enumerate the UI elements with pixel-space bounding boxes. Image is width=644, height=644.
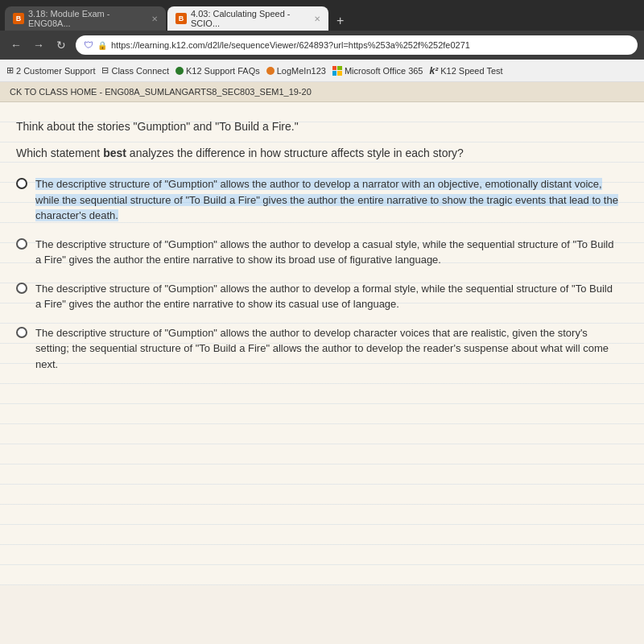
tab-bar: B 3.18: Module Exam - ENG08A... ✕ B 4.03… [0, 0, 644, 31]
page-content: CK TO CLASS HOME - ENG08A_SUMLANGARTS8_S… [0, 82, 644, 644]
address-input[interactable]: 🛡 🔒 https://learning.k12.com/d2l/le/sequ… [76, 35, 638, 55]
bookmark-k12-speed[interactable]: k² K12 Speed Test [430, 65, 503, 76]
logmein-label: LogMeIn123 [277, 66, 326, 76]
question-container: Think about the stories "Gumption" and "… [0, 102, 644, 585]
k12-support-label: K12 Support FAQs [186, 66, 260, 76]
bookmark-k12-support[interactable]: K12 Support FAQs [175, 66, 260, 76]
tab1-label: 3.18: Module Exam - ENG08A... [28, 9, 144, 28]
option-3[interactable]: The descriptive structure of "Gumption" … [16, 281, 620, 312]
lock-icon: 🔒 [97, 41, 107, 50]
new-tab-button[interactable]: + [330, 11, 350, 31]
tab2-icon: B [175, 13, 187, 24]
radio-1[interactable] [16, 178, 27, 189]
tab1-close[interactable]: ✕ [151, 14, 158, 23]
forward-button[interactable]: → [29, 35, 48, 55]
option-1-text: The descriptive structure of "Gumption" … [35, 176, 620, 224]
tab-2[interactable]: B 4.03: Calculating Speed - SCIO... ✕ [167, 6, 328, 31]
bookmark-logmein[interactable]: LogMeIn123 [266, 66, 326, 76]
option-4-text: The descriptive structure of "Gumption" … [35, 325, 620, 373]
bookmarks-bar: ⊞ 2 Customer Support ⊟ Class Connect K12… [0, 60, 644, 82]
question-text: Which statement best analyzes the differ… [16, 145, 620, 162]
tab2-close[interactable]: ✕ [314, 14, 320, 23]
question-intro: Think about the stories "Gumption" and "… [16, 118, 620, 135]
class-connect-label: Class Connect [111, 66, 169, 76]
tab1-icon: B [13, 13, 24, 24]
radio-2[interactable] [16, 238, 27, 250]
shield-icon: 🛡 [84, 39, 93, 51]
microsoft-icon [332, 66, 342, 76]
option-3-text: The descriptive structure of "Gumption" … [35, 281, 620, 312]
bookmark-microsoft[interactable]: Microsoft Office 365 [332, 66, 423, 76]
option-2-text: The descriptive structure of "Gumption" … [35, 237, 620, 268]
radio-4[interactable] [16, 327, 27, 338]
logmein-icon [266, 67, 275, 75]
bookmark-customer-support[interactable]: ⊞ 2 Customer Support [6, 65, 95, 76]
back-button[interactable]: ← [6, 35, 26, 55]
answer-options: The descriptive structure of "Gumption" … [16, 176, 620, 372]
option-1-highlight: The descriptive structure of "Gumption" … [35, 178, 618, 221]
k12-support-icon [175, 67, 184, 75]
tab2-label: 4.03: Calculating Speed - SCIO... [191, 9, 307, 28]
customer-support-label: 2 Customer Support [16, 66, 95, 76]
browser-chrome: B 3.18: Module Exam - ENG08A... ✕ B 4.03… [0, 0, 644, 82]
tab-1[interactable]: B 3.18: Module Exam - ENG08A... ✕ [5, 6, 166, 31]
microsoft-label: Microsoft Office 365 [345, 66, 423, 76]
customer-support-icon: ⊞ [6, 65, 14, 76]
k12-speed-label: K12 Speed Test [440, 66, 502, 76]
url-text: https://learning.k12.com/d2l/le/sequence… [111, 40, 470, 50]
radio-3[interactable] [16, 283, 27, 294]
k12-speed-icon: k² [430, 65, 439, 76]
option-2[interactable]: The descriptive structure of "Gumption" … [16, 237, 620, 268]
option-4[interactable]: The descriptive structure of "Gumption" … [16, 325, 620, 373]
reload-button[interactable]: ↻ [52, 35, 71, 55]
nav-buttons: ← → ↻ [6, 35, 71, 55]
class-connect-icon: ⊟ [101, 65, 109, 76]
bookmark-class-connect[interactable]: ⊟ Class Connect [101, 65, 169, 76]
address-bar: ← → ↻ 🛡 🔒 https://learning.k12.com/d2l/l… [0, 31, 644, 60]
option-1[interactable]: The descriptive structure of "Gumption" … [16, 176, 620, 224]
back-link[interactable]: CK TO CLASS HOME - ENG08A_SUMLANGARTS8_S… [0, 82, 644, 102]
